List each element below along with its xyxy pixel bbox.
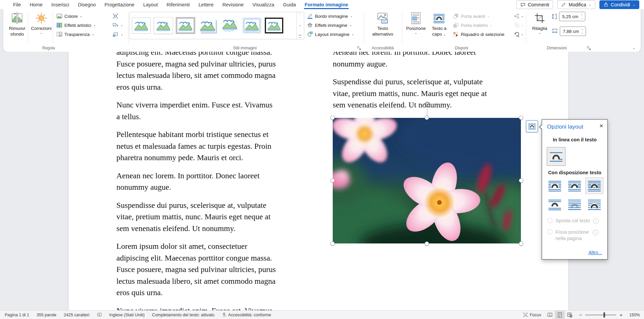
gallery-scroll-up[interactable]: ⌄: [299, 12, 301, 16]
selected-picture[interactable]: [333, 118, 521, 243]
wrap-text-label: Testo a: [432, 26, 446, 31]
web-layout-button[interactable]: [565, 311, 575, 319]
style-thumb-metal-frame[interactable]: [174, 13, 197, 38]
reset-picture-button[interactable]: ⌄: [112, 30, 123, 39]
wrap-option-inline[interactable]: [547, 147, 566, 166]
see-more-link[interactable]: Altro...: [589, 250, 602, 255]
compress-pictures-button[interactable]: [112, 12, 118, 20]
artistic-effects-button[interactable]: Effetti artistici ⌄: [56, 21, 96, 30]
height-input[interactable]: 5,25 cm ⌄ ⌄: [559, 12, 585, 21]
color-button[interactable]: Colore ⌄: [56, 12, 83, 20]
rotate-handle[interactable]: [423, 100, 431, 110]
gallery-scroll-down[interactable]: ⌄: [299, 24, 301, 27]
text-completion-indicator[interactable]: Completamento del testo: attivato: [148, 311, 218, 319]
edit-mode-button[interactable]: Modifica ⌄: [557, 0, 595, 9]
resize-handle-ne[interactable]: [519, 116, 523, 120]
menu-file[interactable]: File: [9, 0, 25, 9]
change-picture-icon: [112, 22, 118, 28]
style-thumb-soft-glow[interactable]: [241, 13, 263, 38]
wrap-inline-icon: [549, 151, 564, 162]
style-thumb-simple-frame[interactable]: [130, 13, 152, 38]
zoom-slider-thumb[interactable]: [603, 312, 605, 318]
rotate-objects-button[interactable]: ⌄: [514, 30, 524, 39]
text-line: pharetra nonummy pede. Mauris et orci.: [116, 152, 303, 164]
zoom-slider[interactable]: [585, 315, 616, 315]
menu-visualizza[interactable]: Visualizza: [248, 0, 279, 9]
picture-effects-button[interactable]: Effetti immagine ⌄: [307, 21, 352, 30]
word-count[interactable]: 355 parole: [33, 311, 60, 319]
char-count[interactable]: 2425 caratteri: [60, 311, 93, 319]
width-input[interactable]: 7,88 cm ⌄ ⌄: [560, 27, 586, 36]
focus-label: Focus: [530, 313, 541, 317]
picture-layout-button[interactable]: Layout immagine ⌄: [307, 30, 354, 39]
gallery-more-button[interactable]: ⌄: [299, 35, 302, 39]
menu-progettazione[interactable]: Progettazione: [100, 0, 139, 9]
position-button[interactable]: Posizione ⌄: [405, 11, 427, 35]
menu-home[interactable]: Home: [25, 0, 47, 9]
accessibility-status[interactable]: Accessibilità: conforme: [218, 311, 275, 319]
zoom-in-button[interactable]: +: [618, 311, 625, 319]
wrap-text-button[interactable]: Testo a capo ⌄: [428, 11, 450, 37]
chevron-down-icon: ⌄: [120, 24, 123, 27]
corrections-button[interactable]: Correzioni ⌄: [30, 11, 52, 35]
style-thumb-beveled-white[interactable]: [152, 13, 174, 38]
resize-handle-se[interactable]: [519, 241, 523, 246]
transparency-button[interactable]: Trasparenza ⌄: [56, 30, 95, 39]
language-indicator[interactable]: Inglese (Stati Uniti): [106, 311, 149, 319]
picture-styles-dialog-launcher[interactable]: [357, 46, 362, 50]
menu-disegno[interactable]: Disegno: [73, 0, 100, 9]
style-thumb-drop-shadow[interactable]: [197, 13, 219, 38]
remove-background-button[interactable]: Rimuovi sfondo: [6, 11, 28, 37]
resize-handle-nw[interactable]: [330, 116, 335, 120]
menu-guida[interactable]: Guida: [279, 0, 301, 9]
focus-mode-button[interactable]: Focus: [519, 311, 545, 319]
wrap-option-square[interactable]: [546, 177, 564, 194]
share-icon: [603, 2, 608, 7]
read-mode-button[interactable]: [545, 311, 555, 319]
print-layout-button[interactable]: [555, 311, 565, 319]
align-objects-button[interactable]: ⌄: [514, 12, 524, 20]
selection-pane-button[interactable]: Riquadro di selezione: [453, 30, 504, 39]
menu-layout[interactable]: Layout: [139, 0, 162, 9]
zoom-out-button[interactable]: −: [575, 311, 583, 319]
text-column-left[interactable]: adipiscing elit. Maecenas porttitor cong…: [116, 52, 303, 311]
collapse-ribbon-icon[interactable]: ⌄: [633, 46, 635, 50]
resize-handle-w[interactable]: [330, 178, 335, 183]
menu-revisione[interactable]: Revisione: [218, 0, 248, 9]
menu-riferimenti[interactable]: Riferimenti: [162, 0, 194, 9]
resize-handle-sw[interactable]: [330, 241, 335, 246]
comments-button[interactable]: Commenti: [516, 0, 553, 9]
alt-text-button[interactable]: Testo alternativo: [368, 11, 398, 37]
wrap-option-in-front[interactable]: [585, 196, 603, 213]
wrap-option-top-bottom[interactable]: [546, 196, 564, 213]
wrap-option-tight[interactable]: [566, 177, 584, 194]
zoom-level[interactable]: 150%: [625, 313, 644, 317]
wrap-option-behind-text[interactable]: [566, 196, 584, 213]
wrap-tight-icon: [567, 180, 582, 191]
menu-lettere[interactable]: Lettere: [194, 0, 218, 9]
share-button[interactable]: Condividi ⌄: [599, 0, 639, 9]
height-step-up[interactable]: ⌄: [581, 14, 583, 16]
style-thumb-black-frame[interactable]: [263, 13, 285, 38]
proofing-status-button[interactable]: [93, 311, 106, 319]
height-value: 5,25 cm: [559, 14, 579, 19]
width-step-down[interactable]: ⌄: [581, 32, 584, 34]
resize-handle-e[interactable]: [519, 178, 523, 183]
tab-formato-immagine[interactable]: Formato immagine: [300, 0, 353, 9]
resize-handle-s[interactable]: [425, 241, 429, 246]
page[interactable]: adipiscing elit. Maecenas porttitor cong…: [69, 52, 568, 311]
page-indicator[interactable]: Pagina 1 di 1: [0, 311, 33, 319]
menu-inserisci[interactable]: Inserisci: [47, 0, 73, 9]
change-picture-button[interactable]: ⌄: [112, 21, 123, 30]
remove-background-label2: sfondo: [10, 31, 24, 37]
picture-border-button[interactable]: Bordo immagine ⌄: [307, 12, 353, 20]
style-thumb-reflection[interactable]: [219, 13, 241, 38]
close-icon[interactable]: ✕: [599, 123, 603, 129]
crop-button[interactable]: Ritaglia ⌄: [529, 11, 550, 35]
wrap-option-through[interactable]: [585, 177, 603, 194]
width-step-up[interactable]: ⌄: [581, 29, 584, 31]
size-dialog-launcher[interactable]: [587, 46, 592, 50]
layout-options-button[interactable]: [526, 120, 538, 132]
height-step-down[interactable]: ⌄: [581, 17, 583, 19]
group-objects-button: ⌄: [514, 21, 524, 30]
